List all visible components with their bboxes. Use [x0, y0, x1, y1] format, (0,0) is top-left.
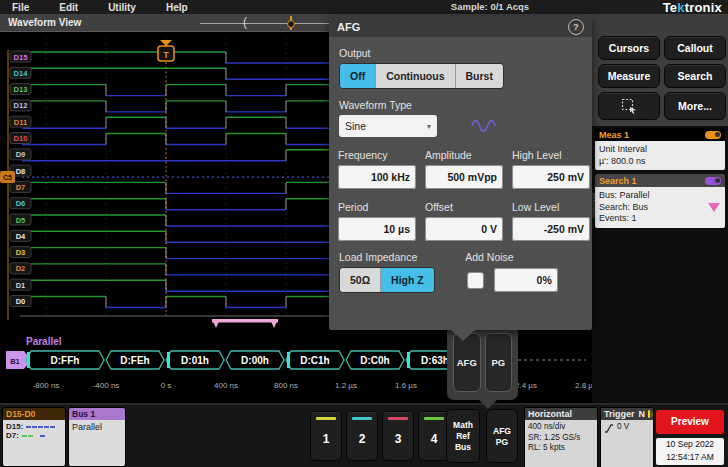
- afg-dialog: AFG ? Output Off Continuous Burst Wavefo…: [329, 16, 592, 330]
- svg-text:C5: C5: [3, 174, 12, 181]
- popup-afg-button[interactable]: AFG: [453, 333, 481, 392]
- expansion-point-icon[interactable]: (: [243, 15, 247, 29]
- offset-field[interactable]: 0 V: [425, 217, 503, 241]
- channel-label-d3[interactable]: D3: [10, 247, 31, 258]
- afg-dialog-title: AFG: [337, 21, 360, 33]
- sine-wave-icon: [469, 117, 499, 135]
- cursors-button[interactable]: Cursors: [598, 36, 660, 60]
- bus1-badge[interactable]: Bus 1 Parallel: [68, 407, 126, 467]
- svg-text:D:63h: D:63h: [421, 355, 449, 366]
- svg-text:D8: D8: [16, 167, 26, 176]
- meas1-toggle[interactable]: [705, 131, 721, 139]
- output-off-button[interactable]: Off: [340, 64, 376, 88]
- noise-percent-field[interactable]: 0%: [494, 268, 558, 292]
- bus-value: D:FFh: [26, 351, 104, 369]
- channel-button-1[interactable]: 1: [310, 411, 342, 461]
- draw-a-box-button[interactable]: [598, 92, 660, 120]
- channel-label-d5[interactable]: D5: [10, 214, 31, 225]
- channel-label-d2[interactable]: D2: [10, 263, 31, 274]
- channel-buttons: 1234: [310, 411, 450, 461]
- frequency-field[interactable]: 100 kHz: [338, 165, 416, 189]
- math-ref-bus-button[interactable]: MathRefBus: [446, 409, 480, 463]
- load-50ohm-button[interactable]: 50Ω: [340, 268, 381, 292]
- channel-group-badge[interactable]: C5: [0, 171, 15, 183]
- search1-events: Events: 1: [599, 213, 721, 225]
- time-axis-label: 2.4 µs: [515, 381, 537, 390]
- svg-text:D1: D1: [16, 281, 26, 290]
- search1-bus: Bus: Parallel: [599, 190, 721, 202]
- time-axis-label: 800 ns: [274, 381, 298, 390]
- draw-a-box-icon: [621, 98, 637, 114]
- callout-button[interactable]: Callout: [664, 36, 726, 60]
- channel-label-d15[interactable]: D15: [10, 51, 31, 62]
- svg-text:T: T: [163, 50, 169, 60]
- popup-pg-button[interactable]: PG: [485, 333, 513, 392]
- time-axis-label: -400 ns: [93, 381, 120, 390]
- svg-text:D7: D7: [16, 183, 26, 192]
- channel-label-d0[interactable]: D0: [10, 296, 31, 307]
- load-impedance-label: Load Impedance: [339, 251, 417, 263]
- meas1-panel[interactable]: Meas 1 Unit Interval µ': 800.0 ns: [595, 128, 725, 170]
- channel-button-3[interactable]: 3: [382, 411, 414, 461]
- time-axis-label: 1.6 µs: [395, 381, 417, 390]
- bus-value: D:C0h: [346, 351, 404, 369]
- search1-toggle[interactable]: [705, 177, 721, 185]
- waveform-type-dropdown[interactable]: Sine ▾: [339, 115, 437, 137]
- menu-help[interactable]: Help: [166, 2, 188, 13]
- channel-label-d13[interactable]: D13: [10, 84, 31, 95]
- high-level-field[interactable]: 250 mV: [512, 165, 590, 189]
- menu-edit[interactable]: Edit: [59, 2, 78, 13]
- time-axis-label: 400 ns: [214, 381, 238, 390]
- load-highz-button[interactable]: High Z: [381, 268, 434, 292]
- trigger-flag[interactable]: T: [158, 40, 174, 61]
- preview-button[interactable]: Preview: [656, 410, 724, 434]
- low-level-field[interactable]: -250 mV: [512, 217, 590, 241]
- load-impedance-control: 50Ω High Z: [339, 267, 435, 293]
- horizontal-panel[interactable]: Horizontal 400 ns/div SR: 1.25 GS/s RL: …: [524, 407, 598, 467]
- menu-utility[interactable]: Utility: [108, 2, 136, 13]
- svg-text:D0: D0: [16, 297, 26, 306]
- search1-panel[interactable]: Search 1 Bus: Parallel Search: Bus Event…: [595, 174, 725, 228]
- menu-file[interactable]: File: [12, 2, 29, 13]
- output-burst-button[interactable]: Burst: [456, 64, 503, 88]
- meas1-value: µ': 800.0 ns: [599, 156, 721, 168]
- right-sidebar: Cursors Callout Measure Search More... M…: [592, 14, 728, 403]
- trigger-panel[interactable]: Trigger N 0 V: [600, 407, 654, 467]
- output-continuous-button[interactable]: Continuous: [376, 64, 455, 88]
- time-axis-label: 0 s: [161, 381, 172, 390]
- channel-label-d1[interactable]: D1: [10, 279, 31, 290]
- svg-text:D11: D11: [14, 118, 27, 127]
- channel-label-d10[interactable]: D10: [10, 133, 31, 144]
- trigger-position-icon[interactable]: [286, 16, 295, 30]
- add-noise-checkbox[interactable]: [467, 272, 484, 289]
- help-icon[interactable]: ?: [568, 19, 584, 35]
- svg-text:D:FFh: D:FFh: [51, 355, 80, 366]
- svg-text:D:C0h: D:C0h: [360, 355, 389, 366]
- channel-label-d11[interactable]: D11: [10, 116, 31, 127]
- period-field[interactable]: 10 µs: [338, 217, 416, 241]
- svg-text:D3: D3: [16, 248, 26, 257]
- channel-label-d6[interactable]: D6: [10, 198, 31, 209]
- acquisition-status: Sample: 0/1 Acqs: [420, 1, 560, 12]
- svg-text:D4: D4: [16, 232, 26, 241]
- channel-label-d4[interactable]: D4: [10, 230, 31, 241]
- date: 10 Sep 2022: [656, 438, 724, 451]
- tektronix-logo: Tektronix: [663, 0, 722, 15]
- output-segmented-control: Off Continuous Burst: [339, 63, 504, 89]
- svg-text:D:C1h: D:C1h: [300, 355, 329, 366]
- channel-label-d12[interactable]: D12: [10, 100, 31, 111]
- waveform-type-label: Waveform Type: [339, 99, 592, 111]
- channel-label-d14[interactable]: D14: [10, 67, 31, 78]
- channel-label-d7[interactable]: D7: [10, 181, 31, 192]
- channel-button-2[interactable]: 2: [346, 411, 378, 461]
- channel-label-d9[interactable]: D9: [10, 149, 31, 160]
- digital-channel-badge[interactable]: D15-D0 D15: D7:: [2, 407, 66, 467]
- measure-button[interactable]: Measure: [598, 64, 660, 88]
- digital-thumbnail: [22, 435, 27, 437]
- offset-label: Offset: [425, 201, 503, 213]
- afg-pg-button[interactable]: AFGPG: [486, 409, 518, 463]
- more-button[interactable]: More...: [664, 92, 726, 120]
- afg-dialog-header[interactable]: AFG ?: [329, 16, 592, 37]
- amplitude-field[interactable]: 500 mVpp: [425, 165, 503, 189]
- search-button[interactable]: Search: [664, 64, 726, 88]
